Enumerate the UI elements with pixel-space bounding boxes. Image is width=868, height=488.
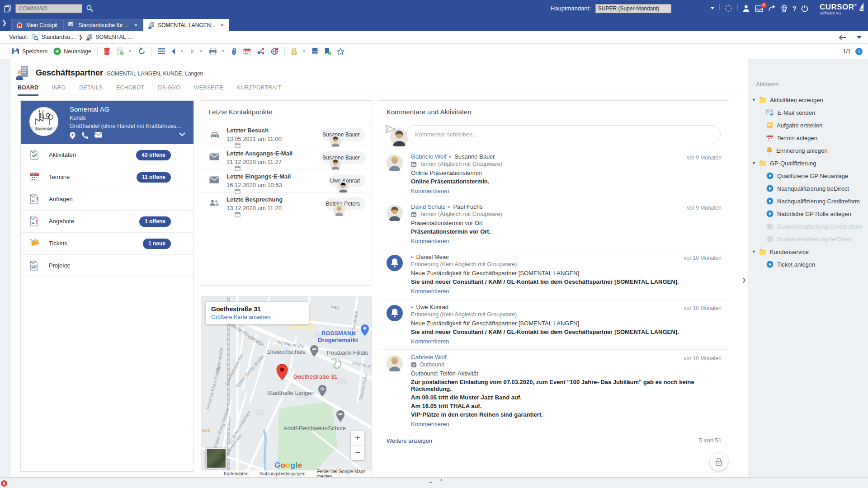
feed-author[interactable]: David Schulz (411, 203, 445, 210)
company-expand-chevron[interactable] (179, 132, 185, 136)
company-card[interactable]: Somental Somental AG Kunde Großhandel (o… (21, 101, 193, 144)
comment-link[interactable]: Kommentieren (411, 188, 449, 194)
breadcrumb-standardsu[interactable]: Standardsu... (32, 34, 75, 41)
feed-author[interactable]: Gabriele Wolf (411, 354, 447, 361)
map-zoom-out-button[interactable]: − (351, 446, 364, 460)
tab-mein-cockpit[interactable]: Mein Cockpit (11, 19, 62, 31)
feed-author[interactable]: Gabriele Wolf (411, 153, 447, 160)
tab-info[interactable]: INFO (52, 84, 66, 96)
comment-link[interactable]: Kommentieren (411, 288, 449, 295)
lock-button[interactable] (710, 453, 728, 471)
database-icon[interactable] (311, 47, 318, 55)
nav-next-chevron[interactable]: ▼ (199, 49, 203, 53)
tab-board[interactable]: BOARD (18, 84, 38, 96)
save-button[interactable]: Speichern (12, 47, 47, 55)
delete-icon[interactable] (104, 47, 110, 55)
caret-down-icon[interactable]: ▼ (752, 249, 756, 254)
chevron-down-icon[interactable] (30, 172, 187, 176)
chevron-down-icon[interactable] (30, 261, 187, 265)
breadcrumb-somental[interactable]: SOMENTAL ... (86, 33, 132, 41)
chevron-down-icon[interactable] (30, 150, 187, 154)
pages-icon[interactable] (4, 5, 12, 13)
mail-icon[interactable] (94, 132, 102, 140)
tab-somental-langen[interactable]: SOMENTAL LANGEN...✕ (143, 19, 229, 31)
lock-icon[interactable] (291, 47, 297, 55)
entity-row-anfragen[interactable]: ?Anfragen (21, 188, 193, 211)
map-zoom-in-button[interactable]: + (351, 431, 364, 446)
copy-dropdown-chevron[interactable]: ▼ (128, 49, 132, 53)
collapse-down-chevron[interactable]: ⌄ (429, 479, 433, 484)
lock-dropdown-chevron[interactable]: ▼ (302, 49, 306, 53)
tab-webseite[interactable]: WEBSEITE (194, 84, 223, 96)
caret-down-icon[interactable]: ▼ (752, 161, 756, 165)
relations-icon[interactable] (257, 47, 265, 55)
print-dropdown-chevron[interactable]: ▼ (222, 49, 225, 53)
map-attribution-link[interactable]: Fehler bei Google Maps melden (317, 469, 372, 478)
expand-up-chevron[interactable]: ⌃ (439, 479, 443, 484)
person-chip[interactable]: Uwe Konrad (329, 174, 365, 187)
attachment-icon[interactable] (231, 47, 237, 55)
chevron-down-icon[interactable] (30, 194, 187, 198)
sidebar-expand-chevron[interactable]: ❯ (2, 19, 7, 26)
inbox-icon[interactable]: 6 (755, 5, 764, 12)
tab-kurzportrait[interactable]: KURZPORTRAIT (237, 84, 281, 96)
comment-link[interactable]: Kommentieren (411, 338, 449, 345)
comment-link[interactable]: Kommentieren (411, 238, 449, 244)
entity-row-tickets[interactable]: Tickets1 neue (21, 233, 193, 255)
map-attribution-link[interactable]: Kartendaten (224, 471, 249, 476)
comment-link[interactable]: Kommentieren (411, 421, 449, 427)
map-larger-link[interactable]: Größere Karte ansehen (211, 314, 303, 320)
panel-collapse-chevron-icon[interactable] (857, 36, 862, 39)
print-icon[interactable] (209, 48, 217, 55)
action-ticket-anlegen[interactable]: Ticket anlegen (748, 258, 868, 271)
tab-echobot[interactable]: ECHOBOT (116, 84, 144, 96)
person-chip[interactable]: Bettina Peters (325, 197, 365, 210)
new-record-button[interactable]: Neuanlage (53, 47, 91, 55)
phone-icon[interactable] (81, 132, 89, 140)
action-qualifizierte-gp-neuanlage[interactable]: Qualifizierte GP Neuanlage (748, 169, 868, 182)
entity-row-aktivitäten[interactable]: Aktivitäten43 offene (21, 144, 193, 166)
entity-row-termine[interactable]: Termine11 offene (21, 166, 193, 188)
favorite-star-icon[interactable] (337, 48, 344, 55)
copy-record-icon[interactable] (116, 47, 124, 55)
map-attribution-link[interactable]: Nutzungsbedingungen (260, 471, 306, 476)
action-e-mail-senden[interactable]: E-Mail senden (748, 106, 868, 119)
actions-collapse-chevron[interactable]: ❯ (742, 277, 746, 283)
menu-icon[interactable] (158, 48, 165, 54)
show-more-link[interactable]: Weitere anzeigen (387, 437, 432, 444)
help-icon[interactable]: ? (793, 5, 797, 12)
notification-badge[interactable]: 6 (1, 480, 7, 487)
map-canvas[interactable]: Südliche RingstraßeSchillerstraßeBürgers… (201, 296, 372, 477)
action-erinnerung-anlegen[interactable]: Erinnerung anlegen (748, 144, 868, 157)
nav-next-icon[interactable] (190, 48, 195, 54)
tab-standardsuche-für[interactable]: Standardsuche für ...✕ (63, 19, 142, 31)
action-nachqualifizierung-bedirect[interactable]: Nachqualifizierung beDirect (748, 182, 868, 195)
user-icon[interactable] (742, 5, 750, 12)
action-aufgabe-erstellen[interactable]: Aufgabe erstellen (748, 119, 868, 131)
logout-icon[interactable] (801, 5, 808, 12)
chevron-down-icon[interactable] (30, 239, 187, 243)
action-group-aktivitäten-erzeugen[interactable]: ▼Aktivitäten erzeugen (748, 94, 868, 106)
entity-row-angebote[interactable]: !Angebote1 offene (21, 211, 193, 233)
caret-down-icon[interactable]: ▼ (752, 98, 756, 102)
web-globe-icon[interactable] (271, 47, 278, 55)
tab-details[interactable]: DETAILS (79, 84, 103, 96)
refresh-icon[interactable] (138, 47, 146, 55)
tab-ds-gvo[interactable]: DS-GVO (158, 84, 180, 96)
command-input[interactable] (15, 4, 82, 13)
action-nachqualifizierung-creditreform[interactable]: Nachqualifizierung Creditreform (748, 195, 868, 207)
info-icon[interactable]: i (855, 48, 863, 55)
back-arrow-icon[interactable] (839, 35, 847, 40)
action-group-gp-qualifizierung[interactable]: ▼GP-Qualifizierung (748, 157, 868, 169)
nav-previous-icon[interactable] (171, 48, 176, 54)
person-chip[interactable]: Susanne Bauer (321, 128, 365, 141)
calendar-icon[interactable] (243, 48, 251, 55)
action-natürliche-gp-rolle-anlegen[interactable]: Natürliche GP Rolle anlegen (748, 207, 868, 220)
location-pin-icon[interactable] (70, 132, 75, 140)
person-chip[interactable]: Susanne Bauer (321, 151, 365, 164)
chevron-down-icon[interactable] (710, 7, 715, 10)
tab-close-icon[interactable]: ✕ (134, 23, 137, 28)
tab-close-icon[interactable]: ✕ (221, 23, 224, 28)
bookmark-add-icon[interactable] (324, 47, 331, 55)
action-group-kundenservice[interactable]: ▼Kundenservice (748, 245, 868, 258)
